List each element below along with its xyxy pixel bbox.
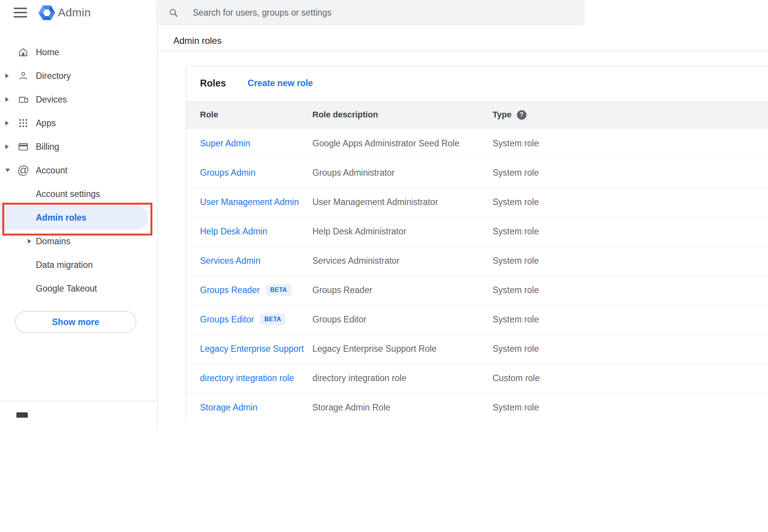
role-link[interactable]: Storage Admin bbox=[200, 402, 258, 413]
role-description: Groups Administrator bbox=[312, 168, 493, 178]
role-description: Help Desk Administrator bbox=[312, 226, 493, 237]
roles-panel-header: Roles Create new role bbox=[186, 66, 768, 101]
table-header-row: Role Role description Type ? bbox=[186, 101, 768, 129]
role-type: System role bbox=[493, 256, 768, 266]
table-row: Services Admin Services Administrator Sy… bbox=[186, 246, 768, 276]
role-description: User Management Administrator bbox=[312, 197, 493, 207]
sidebar-item-icon bbox=[18, 141, 29, 152]
sidebar-item[interactable]: Domains bbox=[0, 229, 157, 253]
expand-arrow-icon[interactable] bbox=[28, 239, 31, 244]
sidebar-item-icon bbox=[18, 71, 29, 81]
sidebar-item-label: Google Takeout bbox=[36, 284, 97, 294]
sidebar-item-label: Home bbox=[36, 47, 59, 58]
sidebar-item[interactable]: Data migration bbox=[0, 253, 157, 277]
role-link[interactable]: directory integration role bbox=[200, 373, 294, 383]
role-link[interactable]: Groups Editor bbox=[200, 314, 254, 325]
role-link[interactable]: User Management Admin bbox=[200, 197, 299, 207]
sidebar-item[interactable]: Google Takeout bbox=[0, 277, 157, 300]
table-row: Super Admin Google Apps Administrator Se… bbox=[186, 129, 768, 158]
role-type: System role bbox=[493, 402, 768, 413]
search-placeholder: Search for users, groups or settings bbox=[193, 8, 331, 18]
beta-badge: BETA bbox=[260, 314, 285, 325]
role-type: System role bbox=[493, 168, 768, 178]
role-link[interactable]: Legacy Enterprise Support bbox=[200, 344, 304, 354]
role-description: Google Apps Administrator Seed Role bbox=[312, 138, 493, 149]
table-row: Help Desk Admin Help Desk Administrator … bbox=[186, 217, 768, 246]
role-type: System role bbox=[493, 285, 768, 295]
role-link[interactable]: Groups Admin bbox=[200, 168, 256, 178]
sidebar-item-label: Data migration bbox=[36, 260, 93, 270]
panel-title: Roles bbox=[200, 78, 226, 89]
table-row: Groups Editor BETA Groups Editor System … bbox=[186, 305, 768, 334]
table-row: Groups Reader BETA Groups Reader System … bbox=[186, 276, 768, 305]
feedback-icon[interactable] bbox=[16, 412, 28, 418]
sidebar-item-label: Apps bbox=[36, 118, 56, 128]
sidebar-item-label: Admin roles bbox=[36, 213, 86, 223]
sidebar-item-icon bbox=[18, 118, 29, 128]
table-row: Groups Admin Groups Administrator System… bbox=[186, 158, 768, 187]
table-row: User Management Admin User Management Ad… bbox=[186, 187, 768, 217]
show-more-button[interactable]: Show more bbox=[15, 311, 136, 333]
expand-arrow-icon[interactable] bbox=[5, 74, 9, 78]
role-type: System role bbox=[493, 197, 768, 207]
role-type: System role bbox=[493, 314, 768, 325]
role-description: Groups Editor bbox=[312, 314, 493, 325]
expand-arrow-icon[interactable] bbox=[5, 144, 9, 149]
role-description: Storage Admin Role bbox=[312, 402, 493, 413]
sidebar-item[interactable]: Devices bbox=[0, 88, 157, 111]
sidebar-item-label: Devices bbox=[36, 95, 67, 105]
breadcrumb-divider bbox=[158, 51, 768, 51]
sidebar-item[interactable]: Directory bbox=[0, 64, 157, 88]
sidebar-item[interactable]: Admin roles bbox=[0, 206, 149, 229]
sidebar-item[interactable]: @ Account bbox=[0, 159, 157, 182]
expand-arrow-icon[interactable] bbox=[5, 97, 9, 102]
sidebar-bottom-divider bbox=[0, 401, 157, 401]
column-header-description: Role description bbox=[312, 110, 493, 120]
role-link[interactable]: Groups Reader bbox=[200, 285, 260, 295]
hamburger-menu-icon[interactable] bbox=[14, 8, 27, 18]
role-description: directory integration role bbox=[312, 373, 493, 383]
sidebar-item-icon bbox=[18, 47, 29, 58]
role-link[interactable]: Services Admin bbox=[200, 256, 261, 266]
sidebar-divider bbox=[157, 26, 158, 431]
role-type: System role bbox=[493, 138, 768, 149]
role-type: Custom role bbox=[493, 373, 768, 383]
role-type: System role bbox=[493, 226, 768, 237]
sidebar-item[interactable]: Account settings bbox=[0, 182, 157, 206]
help-icon[interactable]: ? bbox=[517, 110, 526, 120]
role-description: Legacy Enterprise Support Role bbox=[312, 344, 493, 354]
sidebar-item-label: Account settings bbox=[36, 189, 100, 199]
role-link[interactable]: Super Admin bbox=[200, 138, 250, 149]
sidebar-item-label: Billing bbox=[36, 142, 59, 152]
table-row: directory integration role directory int… bbox=[186, 364, 768, 393]
search-input[interactable]: Search for users, groups or settings bbox=[156, 0, 585, 26]
expand-arrow-icon[interactable] bbox=[5, 169, 10, 172]
sidebar-item[interactable]: Billing bbox=[0, 135, 157, 159]
admin-logo-icon bbox=[38, 4, 56, 22]
sidebar-item-label: Directory bbox=[36, 71, 71, 81]
role-type: System role bbox=[493, 344, 768, 354]
search-icon bbox=[169, 8, 178, 18]
sidebar-item-icon bbox=[18, 94, 29, 105]
roles-panel: Roles Create new role Role Role descript… bbox=[186, 66, 768, 422]
table-row: Storage Admin Storage Admin Role System … bbox=[186, 393, 768, 422]
role-link[interactable]: Help Desk Admin bbox=[200, 226, 267, 237]
column-header-role: Role bbox=[200, 110, 312, 120]
sidebar-item[interactable]: Home bbox=[0, 40, 157, 64]
create-new-role-link[interactable]: Create new role bbox=[248, 78, 313, 88]
role-description: Services Administrator bbox=[312, 256, 493, 266]
sidebar-item[interactable]: Apps bbox=[0, 111, 157, 135]
breadcrumb: Admin roles bbox=[173, 35, 222, 46]
column-header-type-label: Type bbox=[493, 110, 512, 120]
table-row: Legacy Enterprise Support Legacy Enterpr… bbox=[186, 334, 768, 364]
beta-badge: BETA bbox=[266, 284, 291, 296]
roles-table-body: Super Admin Google Apps Administrator Se… bbox=[186, 129, 768, 422]
at-icon: @ bbox=[17, 165, 29, 176]
role-description: Groups Reader bbox=[312, 285, 493, 295]
expand-arrow-icon[interactable] bbox=[5, 121, 9, 125]
sidebar-item-label: Account bbox=[36, 165, 67, 176]
product-title: Admin bbox=[58, 5, 91, 20]
sidebar-item-label: Domains bbox=[36, 236, 70, 247]
column-header-type: Type ? bbox=[493, 110, 768, 120]
sidebar-nav: Home Directory Devices App bbox=[0, 40, 157, 300]
